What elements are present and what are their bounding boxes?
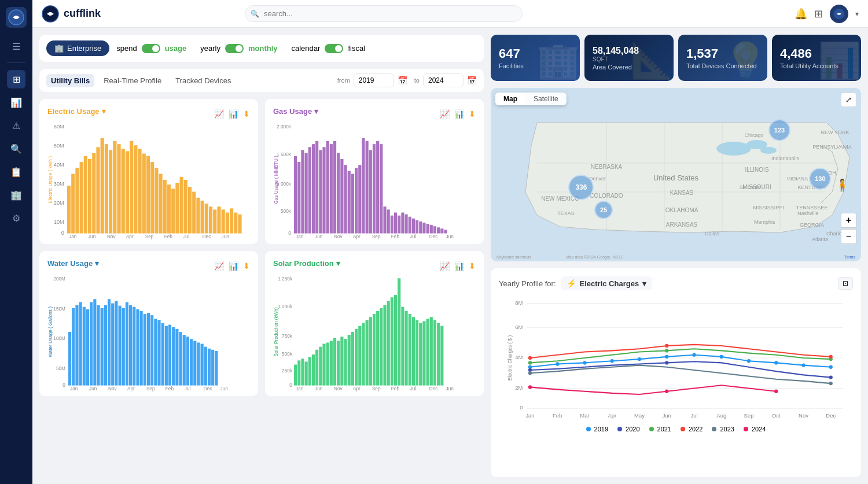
tab-tracked-devices[interactable]: Tracked Devices [171,74,236,87]
enterprise-button[interactable]: 🏢 Enterprise [46,40,109,56]
to-date-input[interactable] [423,73,464,87]
svg-rect-215 [398,278,400,385]
from-date-input[interactable] [354,73,394,87]
solar-line-icon[interactable]: 📈 [440,261,450,271]
map-background: NEBRASKA United States ILLINOIS MISSOURI… [491,88,861,261]
legend-2019: 2019 [586,426,608,433]
water-download-icon[interactable]: ⬇ [243,261,250,271]
svg-text:Terms: Terms [844,255,856,259]
calendar-from-icon[interactable]: 📅 [398,76,407,85]
svg-rect-14 [71,174,75,234]
calendar-to-icon[interactable]: 📅 [467,76,477,85]
app-name: cufflink [64,8,101,20]
svg-rect-95 [383,206,386,233]
electric-dropdown-icon[interactable]: ▾ [102,107,106,116]
map-card: Map Satellite ⤢ [491,88,861,261]
water-usage-header: Water Usage ▾ 📈 📊 ⬇ [47,259,250,272]
svg-rect-212 [387,301,390,385]
map-tab-map[interactable]: Map [495,93,525,105]
map-bubble-123[interactable]: 123 [768,119,790,141]
spend-usage-slider [142,44,160,53]
svg-text:Chicago: Chicago [744,132,763,138]
svg-text:200M: 200M [53,276,65,282]
water-line-icon[interactable]: 📈 [214,261,224,271]
svg-rect-28 [130,141,133,234]
profile-expand-button[interactable]: ⊡ [838,277,853,290]
svg-rect-209 [376,311,379,386]
search-input[interactable] [245,5,523,22]
water-dropdown-icon[interactable]: ▾ [95,259,99,268]
gas-bar-icon[interactable]: 📊 [454,109,464,119]
stat-facilities: 🏢 647 Facilities [491,35,580,81]
sidebar-item-reports[interactable]: 🔍 [7,139,25,158]
svg-text:40M: 40M [54,162,64,168]
gas-download-icon[interactable]: ⬇ [469,109,476,119]
svg-rect-189 [305,361,308,385]
svg-text:750k: 750k [282,334,293,339]
profile-expand-icon[interactable]: ⊡ [838,277,853,290]
svg-rect-166 [204,347,207,386]
sidebar-item-analytics[interactable]: 📊 [7,93,25,112]
map-zoom-in-button[interactable]: + [841,213,856,228]
svg-text:100M: 100M [53,336,65,341]
svg-point-290 [556,362,559,365]
svg-rect-203 [355,329,358,386]
avatar-chevron[interactable]: ▾ [855,10,859,18]
solar-bar-icon[interactable]: 📊 [454,261,464,271]
svg-rect-141 [115,301,117,385]
legend-label-2023: 2023 [720,426,734,433]
svg-rect-198 [337,341,340,385]
stats-row: 🏢 647 Facilities 📐 58,145,048 SQFT Area … [491,35,861,81]
svg-rect-105 [419,221,422,234]
solar-download-icon[interactable]: ⬇ [469,261,476,271]
water-bar-icon[interactable]: 📊 [229,261,238,271]
svg-text:Jul: Jul [410,234,417,239]
map-zoom-out-button[interactable]: − [841,229,856,244]
sidebar-item-buildings[interactable]: 🏢 [7,186,25,204]
avatar[interactable] [830,5,848,23]
map-tab-satellite[interactable]: Satellite [525,93,567,105]
spend-usage-toggle[interactable] [142,44,160,53]
topnav-actions: 🔔 ⊞ ▾ [795,5,859,23]
svg-rect-20 [96,147,100,233]
calendar-fiscal-toggle[interactable] [325,44,343,53]
gas-usage-area: 2 000k 1 500k 1 000k 500k 0 Gas Usage ( … [273,120,476,236]
yearly-profile-svg: 8M 6M 4M 2M 0 Electric Charges ( $ ) [499,297,853,419]
map-bubble-25[interactable]: 25 [594,201,613,219]
to-date-group: to 📅 [414,73,477,87]
profile-selector[interactable]: ⚡ Electric Charges ▾ [561,276,653,290]
map-expand-icon[interactable]: ⤢ [841,93,856,107]
svg-text:Nov: Nov [107,234,116,239]
svg-rect-163 [193,341,196,385]
svg-rect-103 [412,219,415,234]
electric-bar-icon[interactable]: 📊 [229,109,238,119]
gas-dropdown-icon[interactable]: ▾ [314,107,318,116]
sidebar-item-alerts[interactable]: ⚠ [7,116,25,135]
nav-tabs-bar: Utility Bills Real-Time Profile Tracked … [39,69,484,92]
tab-real-time-profile[interactable]: Real-Time Profile [99,74,166,87]
sidebar-item-menu[interactable]: ☰ [7,37,25,56]
electric-download-icon[interactable]: ⬇ [243,109,250,119]
svg-rect-16 [80,162,83,234]
electric-toolbar: 📈 📊 ⬇ [214,109,250,119]
gas-line-icon[interactable]: 📈 [440,109,450,119]
svg-text:Aug: Aug [716,412,726,419]
bell-icon[interactable]: 🔔 [795,8,807,20]
svg-point-240 [760,147,777,154]
svg-rect-70 [294,156,297,234]
svg-rect-44 [196,198,200,234]
svg-point-312 [528,385,532,389]
svg-text:Electric Usage ( kWh ): Electric Usage ( kWh ) [48,156,53,204]
sidebar-item-dashboard[interactable]: ⊞ [7,70,25,88]
grid-icon[interactable]: ⊞ [814,8,823,20]
sidebar-item-settings[interactable]: ⚙ [7,209,25,227]
svg-rect-136 [97,305,100,386]
gas-usage-label: Gas Usage [273,107,312,116]
electric-line-icon[interactable]: 📈 [214,109,224,119]
electric-usage-chart: Electric Usage ▾ 📈 📊 ⬇ 60M [39,99,258,244]
yearly-monthly-toggle[interactable] [225,44,244,53]
sidebar-item-list[interactable]: 📋 [7,162,25,181]
svg-rect-196 [330,341,333,385]
solar-dropdown-icon[interactable]: ▾ [336,259,340,268]
tab-utility-bills[interactable]: Utility Bills [46,74,94,87]
